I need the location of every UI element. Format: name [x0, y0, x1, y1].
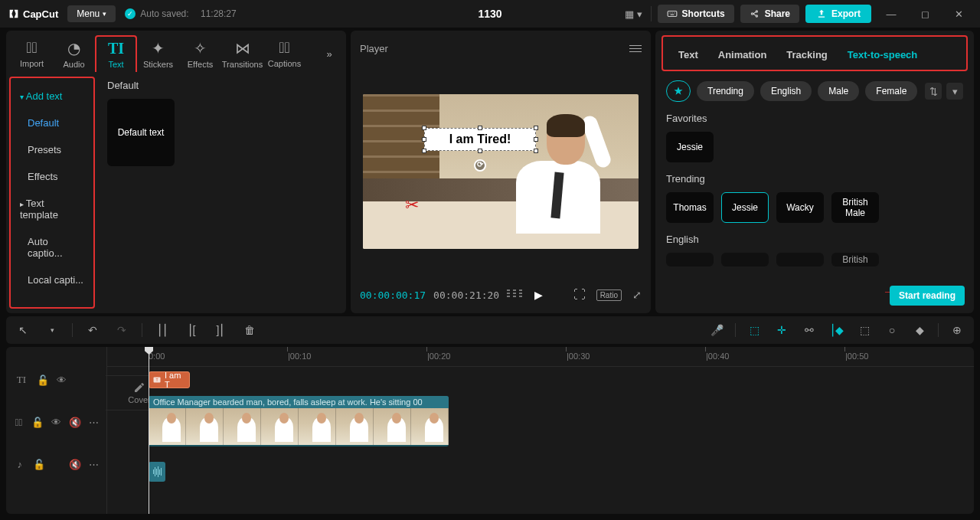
more-icon[interactable]: ⋯ [89, 417, 99, 428]
align-icon[interactable]: ⎮◆ [828, 321, 846, 339]
mute-icon[interactable]: 🔇 [69, 417, 81, 428]
tab-audio[interactable]: ◔Audio [53, 35, 95, 72]
redo-button[interactable]: ↷ [113, 321, 131, 339]
share-button[interactable]: Share [740, 5, 799, 23]
track-head-video[interactable]: ▸⃞🔓👁🔇⋯ [6, 393, 106, 451]
sidebar-text-template[interactable]: Text template [11, 190, 93, 228]
rtab-animation[interactable]: Animation [718, 49, 767, 61]
start-reading-button[interactable]: Start reading [890, 286, 965, 306]
mute-icon[interactable]: 🔇 [69, 459, 81, 470]
text-overlay[interactable]: I am Tired! [424, 128, 536, 151]
preview-icon[interactable]: ⬚ [855, 321, 874, 339]
close-button[interactable]: ✕ [945, 3, 972, 25]
cursor-tool[interactable]: ↖ [14, 321, 32, 339]
sidebar-add-text[interactable]: Add text [11, 83, 93, 110]
text-clip[interactable]: T I am T [149, 371, 190, 388]
chip-female[interactable]: Female [865, 81, 917, 101]
voice-card[interactable]: Jessie [721, 192, 769, 223]
circle-icon[interactable]: ○ [883, 321, 901, 339]
tab-effects[interactable]: ✧Effects [179, 35, 221, 72]
tab-import[interactable]: ▸⃞Import [11, 35, 53, 72]
tab-stickers[interactable]: ✦Stickers [137, 35, 179, 72]
player-menu-icon[interactable] [629, 45, 642, 52]
zoom-fit-icon[interactable]: ⊕ [948, 321, 966, 339]
tab-captions[interactable]: ☰⃞Captions [263, 35, 305, 72]
resize-handle[interactable] [422, 137, 426, 142]
track-head-audio[interactable]: ♪🔓🔇⋯ [6, 451, 106, 477]
voice-card[interactable] [721, 253, 769, 267]
scan-icon[interactable]: ⛶ [573, 288, 586, 302]
fullscreen-icon[interactable]: ⤢ [632, 289, 642, 301]
voice-card[interactable] [666, 253, 714, 267]
lock-icon[interactable]: 🔓 [33, 459, 45, 470]
snap-icon[interactable]: ✛ [773, 321, 791, 339]
menu-button[interactable]: Menu▾ [67, 5, 116, 22]
voice-card[interactable]: Jessie [666, 132, 714, 162]
trim-right-tool[interactable]: ]⎮ [211, 321, 230, 339]
maximize-button[interactable]: ◻ [911, 3, 939, 25]
lock-icon[interactable]: 🔓 [37, 374, 49, 386]
track-head-text[interactable]: TI🔓👁 [6, 367, 106, 393]
chip-male[interactable]: Male [818, 81, 859, 101]
video-clip[interactable]: Office Manager bearded man, bored, falls… [149, 396, 449, 446]
tab-transitions[interactable]: ⋈Transitions [221, 35, 263, 72]
chip-trending[interactable]: Trending [697, 81, 754, 101]
more-icon[interactable]: ⋯ [89, 459, 99, 470]
section-favorites: Favorites [666, 113, 963, 124]
voice-card[interactable] [776, 253, 824, 267]
resize-handle[interactable] [478, 149, 482, 153]
sidebar-local-captions[interactable]: Local capti... [11, 267, 93, 293]
voice-card[interactable]: Wacky [776, 192, 824, 223]
eye-icon[interactable]: 👁 [51, 417, 61, 428]
split-tool[interactable]: ⎮⎮ [153, 321, 172, 339]
rotate-handle[interactable] [474, 159, 486, 172]
resize-handle[interactable] [534, 137, 538, 142]
trim-left-tool[interactable]: ⎮[ [182, 321, 201, 339]
magnet-icon[interactable]: ⬚ [745, 321, 763, 339]
player-canvas[interactable]: I am Tired! [360, 64, 642, 278]
chip-english[interactable]: English [760, 81, 812, 101]
resize-handle[interactable] [422, 149, 426, 153]
captions-icon: ☰⃞ [279, 39, 290, 57]
timecode-current: 00:00:00:17 [360, 289, 426, 301]
voice-card[interactable]: British [831, 253, 879, 267]
tabs-more-button[interactable]: » [317, 35, 341, 72]
export-button[interactable]: Export [805, 5, 871, 23]
lock-icon[interactable]: 🔓 [31, 417, 44, 428]
voice-card[interactable]: British Male [831, 192, 879, 223]
audio-clip[interactable] [149, 462, 165, 482]
rtab-text[interactable]: Text [678, 49, 698, 61]
undo-button[interactable]: ↶ [83, 321, 102, 339]
ratio-button[interactable]: Ratio [596, 289, 622, 301]
eye-icon[interactable]: 👁 [57, 374, 67, 386]
shortcuts-button[interactable]: Shortcuts [658, 5, 734, 23]
tag-icon[interactable]: ◆ [910, 321, 929, 339]
filter-dropdown-icon[interactable]: ▾ [946, 83, 963, 100]
sidebar-default[interactable]: Default [11, 110, 93, 136]
delete-tool[interactable]: 🗑 [240, 321, 259, 339]
sidebar-auto-captions[interactable]: Auto captio... [11, 228, 93, 267]
voice-card[interactable]: Thomas [666, 192, 714, 223]
filter-settings-icon[interactable]: ⇅ [925, 83, 942, 100]
mic-icon[interactable]: 🎤 [707, 321, 726, 339]
layout-icon[interactable]: ▦ ▾ [623, 3, 645, 25]
tab-text[interactable]: TIText [95, 35, 137, 72]
resize-handle[interactable] [534, 149, 538, 153]
asset-default-text[interactable]: Default text [107, 99, 175, 166]
timeline-ruler[interactable]: 0:00 |00:10 |00:20 |00:30 |00:40 |00:50 [107, 347, 974, 367]
play-button[interactable]: ▶ [534, 289, 543, 301]
playhead[interactable] [149, 347, 149, 514]
rtab-tts[interactable]: Text-to-speech [848, 49, 918, 61]
volume-bars-icon[interactable] [507, 289, 522, 300]
minimize-button[interactable]: — [877, 3, 905, 25]
resize-handle[interactable] [478, 126, 482, 130]
resize-handle[interactable] [534, 126, 538, 130]
link-icon[interactable]: ⚯ [800, 321, 818, 339]
sidebar-presets[interactable]: Presets [11, 136, 93, 163]
sidebar-effects[interactable]: Effects [11, 163, 93, 190]
chip-favorites[interactable] [666, 80, 691, 102]
cursor-dropdown[interactable]: ▾ [43, 321, 61, 339]
project-title[interactable]: 1130 [478, 8, 501, 20]
resize-handle[interactable] [422, 126, 426, 130]
rtab-tracking[interactable]: Tracking [786, 49, 827, 61]
